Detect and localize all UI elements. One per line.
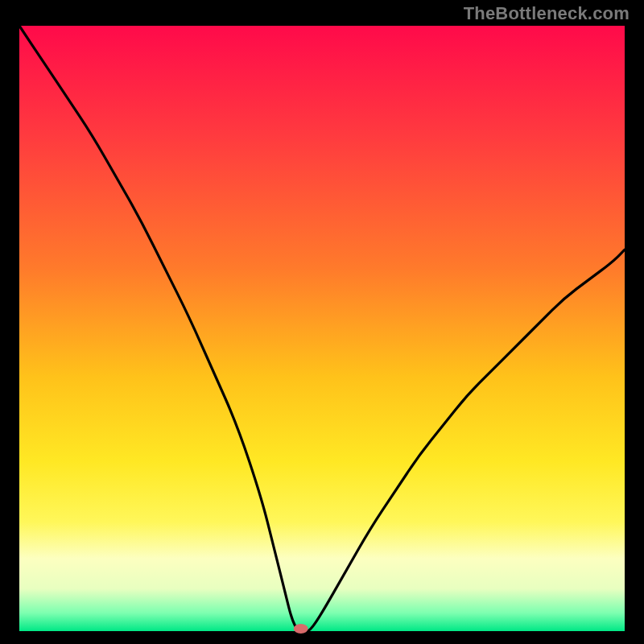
bottleneck-chart <box>0 0 644 644</box>
curve-min-marker <box>294 624 308 634</box>
watermark-text: TheBottleneck.com <box>464 3 630 24</box>
